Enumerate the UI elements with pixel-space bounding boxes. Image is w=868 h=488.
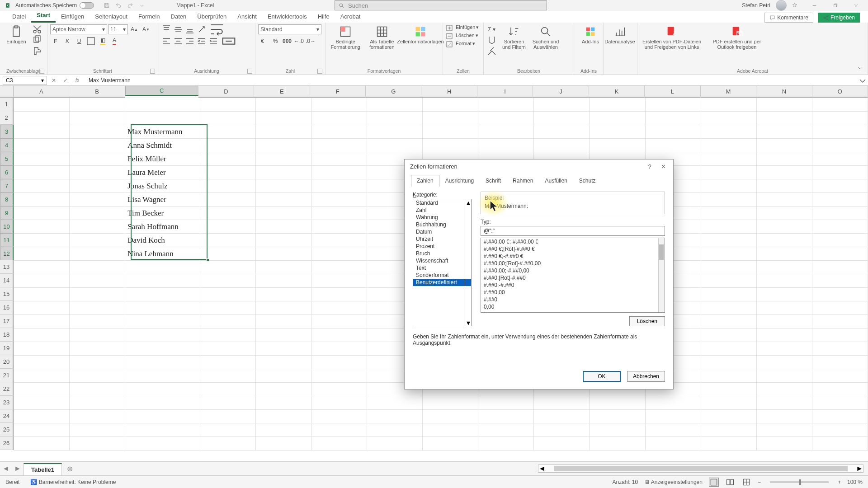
cell[interactable] <box>756 315 812 328</box>
cell[interactable] <box>812 369 868 383</box>
name-box[interactable]: C3▾ <box>3 76 47 85</box>
qat-save-icon[interactable] <box>102 1 111 10</box>
cell[interactable] <box>70 369 125 383</box>
column-header[interactable]: C <box>125 86 198 96</box>
cell[interactable] <box>70 274 125 288</box>
cell[interactable] <box>756 423 812 437</box>
cell[interactable] <box>311 261 367 274</box>
conditional-formatting-button[interactable]: Bedingte Formatierung <box>328 24 363 51</box>
cell[interactable] <box>423 410 478 423</box>
format-code-item[interactable]: #.##0,00;-#.##0,00 <box>481 267 665 274</box>
type-input[interactable]: @":" <box>481 226 665 236</box>
cell[interactable] <box>255 356 311 369</box>
cell[interactable] <box>701 383 756 396</box>
category-item[interactable]: Standard <box>413 199 471 206</box>
cell[interactable] <box>200 301 255 315</box>
cell[interactable] <box>701 125 756 139</box>
cell[interactable] <box>200 261 255 274</box>
cell[interactable] <box>255 328 311 342</box>
align-center-button[interactable] <box>173 36 184 46</box>
cell[interactable] <box>701 315 756 328</box>
view-pagelayout-icon[interactable] <box>725 478 735 487</box>
cell[interactable] <box>200 328 255 342</box>
cell[interactable] <box>423 437 478 450</box>
cell[interactable] <box>367 396 423 410</box>
cell[interactable] <box>255 139 311 152</box>
cell[interactable] <box>311 315 367 328</box>
cell[interactable] <box>701 193 756 206</box>
column-header[interactable]: E <box>254 86 310 98</box>
cell[interactable] <box>125 261 200 274</box>
cell[interactable]: Nina Lehmann <box>125 247 200 261</box>
row-header[interactable]: 1 <box>0 98 14 111</box>
row-header[interactable]: 9 <box>0 206 14 220</box>
cell[interactable] <box>478 423 534 437</box>
insert-cells-button[interactable]: Einfügen ▾ <box>446 24 481 32</box>
cell[interactable] <box>70 315 125 328</box>
cell[interactable] <box>125 301 200 315</box>
cell[interactable] <box>756 274 812 288</box>
tab-entwicklertools[interactable]: Entwicklertools <box>262 11 312 23</box>
cell[interactable] <box>478 112 534 125</box>
cell[interactable] <box>14 179 70 193</box>
cell[interactable] <box>14 356 70 369</box>
dlg-tab-ausrichtung[interactable]: Ausrichtung <box>439 175 480 187</box>
cell[interactable] <box>756 247 812 261</box>
row-header[interactable]: 4 <box>0 138 14 152</box>
cell[interactable] <box>701 220 756 234</box>
merge-center-button[interactable] <box>220 36 238 46</box>
cell[interactable] <box>812 288 868 301</box>
cell[interactable] <box>70 423 125 437</box>
cell[interactable] <box>14 166 70 179</box>
cell[interactable] <box>311 139 367 152</box>
sheet-tab[interactable]: Tabelle1 <box>24 463 62 475</box>
cell[interactable] <box>14 301 70 315</box>
format-code-item[interactable]: #.##0 €;-#.##0 € <box>481 253 665 260</box>
cell[interactable] <box>70 220 125 234</box>
format-code-item[interactable]: 0,00 <box>481 303 665 310</box>
dialog-launcher-icon[interactable] <box>317 69 322 74</box>
cell[interactable]: Anna Schmidt <box>125 139 200 152</box>
increase-indent-button[interactable] <box>208 36 219 46</box>
cell[interactable] <box>756 301 812 315</box>
cell[interactable] <box>812 234 868 247</box>
cell[interactable] <box>70 342 125 356</box>
cell[interactable] <box>70 206 125 220</box>
cell[interactable] <box>70 288 125 301</box>
cell[interactable] <box>200 234 255 247</box>
format-cells-button[interactable]: Format ▾ <box>446 41 481 48</box>
row-header[interactable]: 11 <box>0 233 14 247</box>
cell[interactable] <box>756 139 812 152</box>
category-item[interactable]: Sonderformat <box>413 272 471 279</box>
find-select-button[interactable]: Suchen und Auswählen <box>531 24 561 51</box>
dialog-close-icon[interactable]: ✕ <box>659 163 668 170</box>
column-header[interactable]: I <box>477 86 533 98</box>
row-header[interactable]: 13 <box>0 260 14 274</box>
cell[interactable] <box>701 261 756 274</box>
cell[interactable] <box>701 328 756 342</box>
cell[interactable] <box>311 423 367 437</box>
category-item[interactable]: Zahl <box>413 206 471 214</box>
window-close-icon[interactable] <box>847 0 864 11</box>
cell[interactable] <box>70 301 125 315</box>
expand-formula-bar-icon[interactable] <box>857 75 868 86</box>
cell[interactable] <box>701 288 756 301</box>
cell[interactable] <box>125 423 200 437</box>
cell[interactable] <box>590 125 645 139</box>
cell[interactable] <box>125 437 200 450</box>
cell[interactable] <box>14 247 70 261</box>
align-right-button[interactable] <box>184 36 195 46</box>
dialog-launcher-icon[interactable] <box>150 69 155 74</box>
cell[interactable] <box>478 139 534 152</box>
cell[interactable] <box>423 112 478 125</box>
cell[interactable] <box>311 152 367 166</box>
cell[interactable] <box>255 437 311 450</box>
percent-format-button[interactable]: % <box>270 36 281 46</box>
cell[interactable] <box>255 220 311 234</box>
dialog-launcher-icon[interactable] <box>39 69 44 74</box>
font-name-select[interactable]: Aptos Narrow▾ <box>50 24 107 34</box>
cell[interactable] <box>756 193 812 206</box>
fill-color-button[interactable]: ◧ <box>97 36 108 46</box>
cell[interactable] <box>701 396 756 410</box>
grow-font-button[interactable]: A▲ <box>129 24 140 34</box>
